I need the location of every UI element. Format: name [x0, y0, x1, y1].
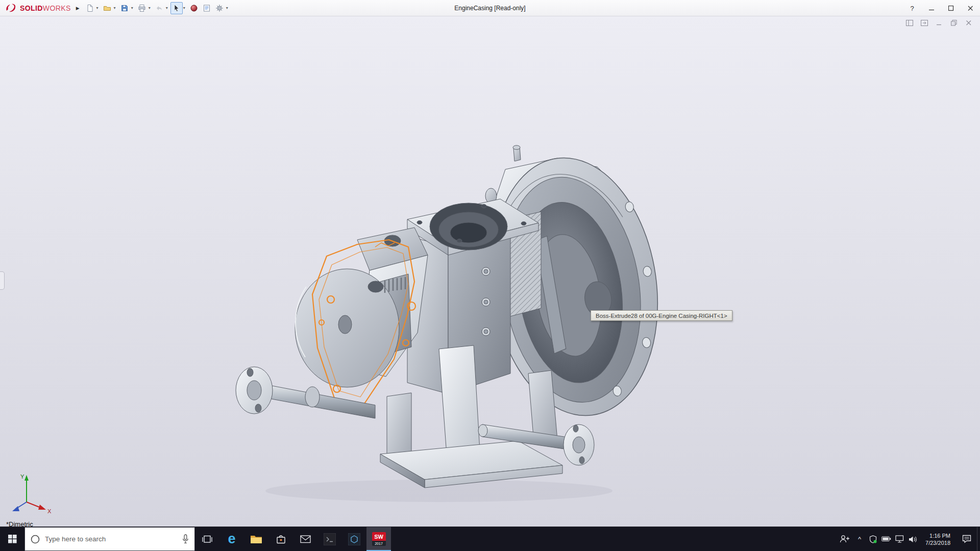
- graphics-viewport[interactable]: Boss-Extrude28 of 00G-Engine Casing-RIGH…: [0, 16, 980, 527]
- save-button[interactable]: [118, 2, 131, 14]
- network-icon: [895, 535, 904, 543]
- battery-icon: [881, 536, 891, 542]
- store-bag-icon: [276, 534, 286, 544]
- microphone-icon[interactable]: [182, 534, 189, 544]
- task-view-icon: [202, 535, 213, 544]
- dock-pane-icon[interactable]: [905, 19, 914, 27]
- show-desktop-button[interactable]: [977, 527, 980, 551]
- options-gear-button[interactable]: [213, 2, 226, 14]
- brand-text: SOLIDWORKS: [20, 4, 71, 12]
- taskbar: e SW 2017 ^: [0, 527, 980, 551]
- start-button[interactable]: [0, 527, 24, 551]
- y-axis-label: Y: [20, 473, 24, 480]
- window-title: EngineCasing [Read-only]: [454, 5, 525, 12]
- mail-button[interactable]: [293, 527, 317, 551]
- close-button[interactable]: [966, 4, 975, 13]
- quick-access-toolbar: ▾ ▾ ▾ ▾ ▾ ▾: [84, 2, 230, 14]
- edge-icon: e: [228, 532, 235, 546]
- doc-close-icon[interactable]: [965, 19, 973, 27]
- tray-overflow-button[interactable]: ^: [853, 527, 866, 551]
- chevron-down-icon[interactable]: ▾: [183, 6, 185, 10]
- shield-icon: [869, 535, 877, 543]
- chevron-down-icon[interactable]: ▾: [166, 6, 168, 10]
- x-axis-label: X: [47, 508, 52, 514]
- clock-date: 7/23/2018: [925, 539, 950, 546]
- engine-casing-model[interactable]: [0, 16, 980, 527]
- select-tool-button[interactable]: [170, 2, 183, 14]
- print-button[interactable]: [136, 2, 148, 14]
- people-button[interactable]: [837, 527, 853, 551]
- search-input[interactable]: [45, 535, 177, 543]
- action-center-icon: [962, 535, 971, 543]
- dock-pane-arrow-icon[interactable]: [920, 19, 928, 27]
- view-orientation-label: *Dimetric: [6, 520, 33, 527]
- cortana-icon: [30, 534, 40, 544]
- store-button[interactable]: [268, 527, 293, 551]
- volume-button[interactable]: [906, 527, 919, 551]
- battery-button[interactable]: [879, 527, 893, 551]
- toolbar-expand-button[interactable]: ▶: [76, 6, 80, 11]
- chevron-down-icon[interactable]: ▾: [226, 6, 228, 10]
- edge-button[interactable]: e: [219, 527, 244, 551]
- doc-restore-icon[interactable]: [950, 19, 958, 27]
- terminal-icon: [324, 533, 336, 545]
- taskbar-search[interactable]: [24, 527, 195, 551]
- document-window-controls: [905, 19, 973, 27]
- terminal-app-button[interactable]: [317, 527, 342, 551]
- doc-minimize-icon[interactable]: [935, 19, 943, 27]
- defender-button[interactable]: [866, 527, 879, 551]
- open-document-button[interactable]: [101, 2, 113, 14]
- clock-time: 1:16 PM: [929, 532, 950, 539]
- hexagon-app-icon: [348, 533, 360, 545]
- maximize-button[interactable]: [946, 4, 955, 13]
- speaker-icon: [909, 536, 917, 543]
- new-document-button[interactable]: [84, 2, 96, 14]
- solidworks-window: SOLIDWORKS ▶ ▾ ▾ ▾ ▾ ▾: [0, 0, 980, 551]
- report-button[interactable]: [201, 2, 213, 14]
- undo-button[interactable]: [153, 2, 165, 14]
- system-tray: ^ 1:16 PM 7/23/2018: [837, 527, 980, 551]
- chevron-down-icon[interactable]: ▾: [114, 6, 116, 10]
- people-icon: [839, 535, 851, 543]
- taskbar-clock[interactable]: 1:16 PM 7/23/2018: [919, 532, 957, 546]
- help-button[interactable]: ?: [908, 4, 917, 13]
- orientation-triad: Y X: [7, 470, 54, 516]
- titlebar: SOLIDWORKS ▶ ▾ ▾ ▾ ▾ ▾: [0, 0, 980, 16]
- windows-logo-icon: [8, 535, 17, 543]
- solidworks-taskbar-button[interactable]: SW 2017: [366, 527, 391, 551]
- task-view-button[interactable]: [195, 527, 219, 551]
- chevron-down-icon[interactable]: ▾: [96, 6, 99, 10]
- chevron-down-icon[interactable]: ▾: [149, 6, 151, 10]
- solidworks-logo-icon: [5, 3, 17, 13]
- mail-envelope-icon: [300, 535, 311, 543]
- appearance-sphere-button[interactable]: [188, 2, 200, 14]
- minimize-button[interactable]: [927, 4, 936, 13]
- feature-tooltip: Boss-Extrude28 of 00G-Engine Casing-RIGH…: [591, 310, 732, 321]
- action-center-button[interactable]: [957, 527, 977, 551]
- y-axis-arrow: [24, 475, 29, 481]
- file-explorer-button[interactable]: [244, 527, 268, 551]
- network-button[interactable]: [893, 527, 906, 551]
- chevron-down-icon[interactable]: ▾: [131, 6, 133, 10]
- x-axis-arrow: [38, 505, 46, 510]
- solidworks-app-icon: SW 2017: [372, 532, 386, 546]
- dark-app-button[interactable]: [342, 527, 366, 551]
- folder-icon: [250, 534, 262, 544]
